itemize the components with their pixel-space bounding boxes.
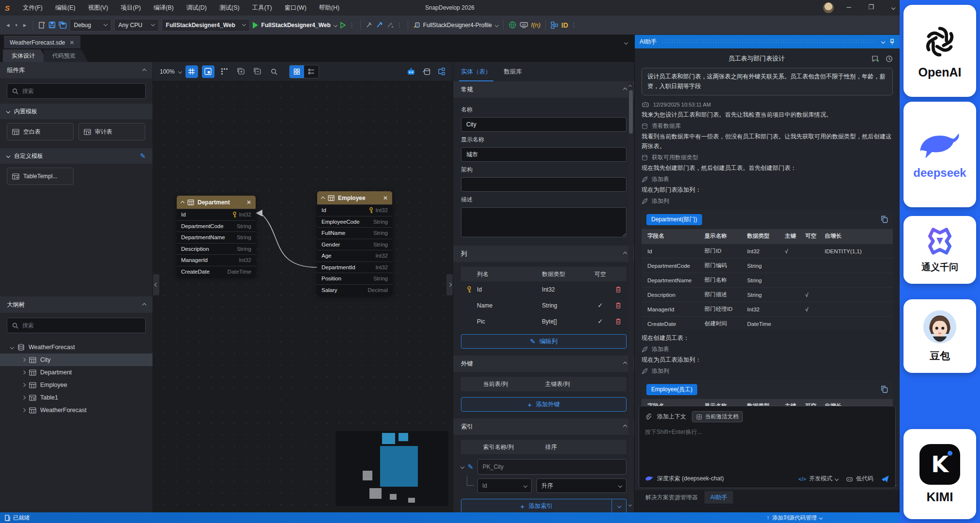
panel-menu-chevron[interactable] [881, 40, 885, 44]
save-icon[interactable] [48, 21, 56, 29]
toolbar-overflow[interactable]: ⋮ [571, 22, 577, 29]
menu-help[interactable]: 帮助(H) [313, 0, 346, 15]
nav-back-icon[interactable]: ◂ [5, 20, 11, 30]
profile-select[interactable]: FullStackDesigner4-Profile [423, 22, 498, 29]
model-label[interactable]: 深度求索 (deepseek-chat) [657, 475, 724, 483]
restore-button[interactable]: ❐ [863, 0, 879, 15]
tool-call[interactable]: 添加列 [642, 197, 893, 205]
entity-field-row[interactable]: ManagerIdInt32 [177, 254, 256, 266]
design-canvas[interactable]: 100% [153, 62, 453, 512]
tool-call[interactable]: 添加表 [642, 345, 893, 354]
menu-test[interactable]: 测试(S) [213, 0, 246, 15]
source-control-button[interactable]: ↑ 添加到源代码管理 [766, 514, 822, 522]
menu-tools[interactable]: 工具(T) [246, 0, 278, 15]
outline-search-input[interactable] [22, 322, 140, 329]
entity-field-row[interactable]: DepartmentIdInt32 [317, 262, 392, 273]
tree-node-department[interactable]: Department [0, 366, 153, 379]
brand-card-doubao[interactable]: 豆包 [903, 299, 976, 373]
tab-entity-table[interactable]: 实体（表） [461, 62, 491, 81]
entity-field-row[interactable]: EmployeeCodeString [317, 216, 392, 228]
nav-forward-icon[interactable]: ▸ [22, 20, 28, 30]
user-avatar[interactable] [823, 2, 834, 13]
build-project-icon[interactable] [376, 21, 383, 29]
canvas-minimap[interactable] [336, 431, 448, 506]
name-input[interactable] [461, 117, 627, 132]
close-tab-icon[interactable]: ✕ [70, 39, 75, 46]
component-search[interactable] [7, 83, 146, 99]
tree-node-city[interactable]: City [0, 354, 153, 366]
custom-templates-header[interactable]: 自定义模板 ✎ [0, 148, 153, 164]
horizontal-scroll-strip[interactable] [635, 504, 900, 512]
component-library-header[interactable]: 组件库 [0, 62, 153, 78]
new-file-icon[interactable] [38, 21, 46, 29]
entity-field-row[interactable]: PositionString [317, 273, 392, 284]
tree-node-table1[interactable]: Table1 [0, 391, 153, 404]
run-without-debug-icon[interactable] [340, 22, 346, 29]
entity-field-row[interactable]: SalaryDecimal [317, 284, 392, 296]
indexes-section-header[interactable]: 索引 [453, 418, 634, 435]
minimize-button[interactable]: ─ [841, 0, 857, 15]
collapse-entity-icon[interactable] [321, 196, 325, 200]
config-select[interactable]: Debug [70, 19, 111, 31]
tool-call[interactable]: 添加表 [642, 175, 893, 184]
general-section-header[interactable]: 常规 [453, 81, 634, 98]
tab-list-chevron[interactable] [625, 39, 628, 46]
entity-grid-icon[interactable] [551, 21, 558, 29]
entity-field-row[interactable]: IdInt32 [177, 209, 256, 220]
index-row[interactable]: ✎ PK_City [461, 459, 627, 475]
pin-icon[interactable] [889, 39, 895, 45]
tab-ai-assistant[interactable]: AI助手 [704, 491, 733, 504]
component-search-input[interactable] [22, 88, 140, 94]
entity-field-row[interactable]: DepartmentCodeString [177, 220, 256, 232]
menu-view[interactable]: 视图(V) [82, 0, 115, 15]
entity-field-row[interactable]: DescriptionString [177, 243, 256, 255]
delete-column-icon[interactable] [615, 302, 621, 309]
display-name-input[interactable] [461, 147, 627, 162]
startup-project-select[interactable]: FullStackDesigner4_Web [162, 19, 250, 31]
index-name-input[interactable]: PK_City [477, 459, 627, 475]
cancel-build-icon[interactable] [386, 21, 394, 29]
collapse-entity-icon[interactable] [181, 200, 184, 204]
edit-index-icon[interactable]: ✎ [468, 463, 474, 471]
ai-panel-titlebar[interactable]: AI助手 [635, 35, 900, 48]
collapse-right-panel-handle[interactable] [446, 274, 453, 295]
entity-department[interactable]: Department ✕ IdInt32 DepartmentCodeStrin… [177, 196, 256, 277]
entity-field-row[interactable]: IdInt32 [317, 204, 392, 216]
entity-field-row[interactable]: FullNameString [317, 227, 392, 239]
template-blank-table[interactable]: 空白表 [7, 123, 74, 140]
brand-card-qwen[interactable]: 通义千问 [903, 216, 976, 284]
toolbar-overflow[interactable]: ⋮ [349, 22, 355, 29]
tree-node-weatherforecast[interactable]: WeatherForecast [0, 404, 153, 416]
copy-icon[interactable] [881, 385, 888, 393]
menu-project[interactable]: 项目(P) [114, 0, 147, 15]
history-icon[interactable] [886, 55, 893, 62]
toolbar-overflow[interactable]: ⋮ [397, 22, 403, 29]
description-input[interactable] [461, 207, 627, 237]
tree-node-root[interactable]: WeatherForecast [0, 341, 153, 354]
paperclip-icon[interactable] [645, 414, 651, 420]
active-document-chip[interactable]: 当前激活文档 [692, 411, 743, 422]
panel-drag-area[interactable] [661, 39, 877, 45]
column-row-pic[interactable]: Pic Byte[] ✓ [461, 313, 627, 329]
edit-columns-button[interactable]: ✎编辑列 [461, 334, 627, 349]
brand-card-openai[interactable]: OpenAI [903, 5, 976, 97]
index-column-select[interactable]: Id [477, 478, 532, 493]
function-icon[interactable]: f(n) [531, 21, 541, 29]
entity-field-row[interactable]: GenderString [317, 239, 392, 250]
add-foreign-key-button[interactable]: +添加外键 [461, 397, 627, 412]
id-icon[interactable]: ID [561, 21, 568, 29]
document-tab[interactable]: WeatherForecast.sde ✕ [4, 36, 80, 48]
template-custom[interactable]: TableTempl... [7, 168, 74, 185]
brand-card-kimi[interactable]: K KIMI [903, 429, 976, 519]
column-row-id[interactable]: Id Int32 [461, 281, 627, 297]
entity-employee[interactable]: Employee ✕ IdInt32 EmployeeCodeString Fu… [317, 191, 392, 295]
cpu-select[interactable]: Any CPU [114, 19, 159, 31]
send-icon[interactable] [881, 475, 889, 483]
tool-call[interactable]: 获取可用数据类型 [642, 154, 893, 162]
delete-column-icon[interactable] [615, 318, 621, 325]
menu-build[interactable]: 编译(B) [147, 0, 180, 15]
properties-scrollbar[interactable] [628, 82, 633, 508]
save-all-icon[interactable] [59, 21, 67, 29]
menu-debug[interactable]: 调试(D) [180, 0, 213, 15]
tab-database[interactable]: 数据库 [504, 62, 522, 81]
